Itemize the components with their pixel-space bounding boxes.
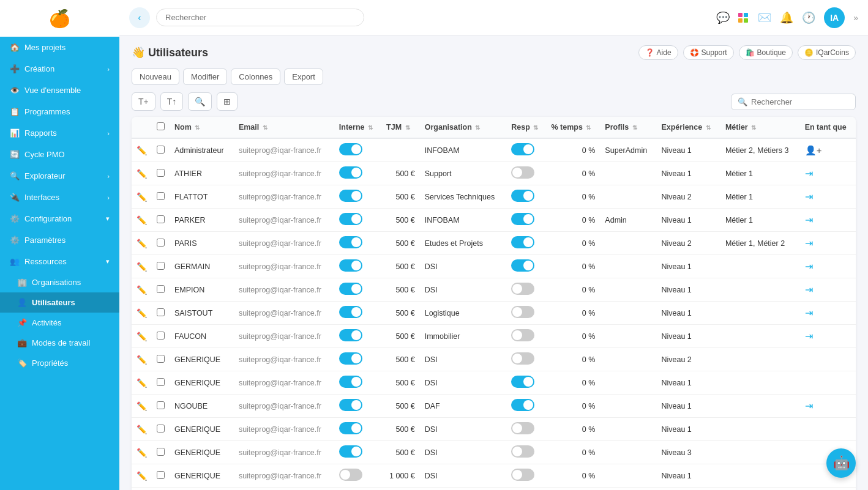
sort-icon[interactable]: ⇅ xyxy=(632,124,637,131)
back-button[interactable]: ‹ xyxy=(129,7,150,28)
chevron-right-icon[interactable]: » xyxy=(853,13,858,23)
assign-icon[interactable]: 👤+ xyxy=(805,145,822,155)
row-checkbox[interactable] xyxy=(157,285,165,293)
sidebar-item-activites[interactable]: 📌 Activités xyxy=(0,313,119,333)
edit-icon[interactable]: ✏️ xyxy=(137,169,147,179)
chatbot-button[interactable]: 🤖 xyxy=(826,448,856,478)
edit-icon[interactable]: ✏️ xyxy=(137,239,147,248)
interne-toggle[interactable] xyxy=(339,143,362,155)
grid-view-button[interactable]: ⊞ xyxy=(217,92,238,111)
login-icon[interactable]: ⇥ xyxy=(805,168,813,179)
edit-icon[interactable]: ✏️ xyxy=(137,425,147,434)
interne-toggle[interactable] xyxy=(339,166,362,179)
resp-toggle[interactable] xyxy=(511,445,534,458)
edit-icon[interactable]: ✏️ xyxy=(137,378,147,388)
resp-toggle[interactable] xyxy=(511,166,534,179)
resp-toggle[interactable] xyxy=(511,190,534,202)
row-checkbox[interactable] xyxy=(157,146,165,154)
login-icon[interactable]: ⇥ xyxy=(805,401,813,411)
sidebar-item-parametres[interactable]: ⚙️ Paramètres xyxy=(0,229,119,251)
interne-toggle[interactable] xyxy=(339,422,362,434)
resp-toggle[interactable] xyxy=(511,213,534,225)
row-checkbox[interactable] xyxy=(157,425,165,432)
login-icon[interactable]: ⇥ xyxy=(805,261,813,272)
interne-toggle[interactable] xyxy=(339,399,362,411)
sidebar-item-mes-projets[interactable]: 🏠 Mes projets xyxy=(0,37,119,58)
resp-toggle[interactable] xyxy=(511,469,534,481)
row-checkbox[interactable] xyxy=(157,308,165,316)
sidebar-item-interfaces[interactable]: 🔌 Interfaces › xyxy=(0,187,119,208)
interne-toggle[interactable] xyxy=(339,469,362,481)
sort-icon[interactable]: ⇅ xyxy=(475,124,480,131)
colonnes-button[interactable]: Colonnes xyxy=(231,69,280,85)
sidebar-item-explorateur[interactable]: 🔍 Explorateur › xyxy=(0,165,119,187)
edit-icon[interactable]: ✏️ xyxy=(137,471,147,481)
search-icon-btn[interactable]: 🔍 xyxy=(188,92,212,111)
iqarcoins-button[interactable]: 🪙 IQarCoins xyxy=(798,45,856,60)
search-filter-input[interactable] xyxy=(751,97,849,106)
sort-icon[interactable]: ⇅ xyxy=(195,124,200,131)
sidebar-item-cycle-pmo[interactable]: 🔄 Cycle PMO xyxy=(0,144,119,165)
aide-button[interactable]: ❓ Aide xyxy=(638,45,678,60)
row-checkbox[interactable] xyxy=(157,262,165,270)
interne-toggle[interactable] xyxy=(339,306,362,318)
interne-toggle[interactable] xyxy=(339,236,362,248)
resp-toggle[interactable] xyxy=(511,259,534,272)
filter-edit-button[interactable]: T↑ xyxy=(160,92,184,111)
edit-icon[interactable]: ✏️ xyxy=(137,146,147,155)
login-icon[interactable]: ⇥ xyxy=(805,308,813,318)
sort-icon[interactable]: ⇅ xyxy=(263,124,268,131)
sidebar-item-utilisateurs[interactable]: 👤 Utilisateurs xyxy=(0,292,119,313)
login-icon[interactable]: ⇥ xyxy=(805,331,813,341)
resp-toggle[interactable] xyxy=(511,283,534,295)
resp-toggle[interactable] xyxy=(511,306,534,318)
sidebar-item-ressources[interactable]: 👥 Ressources ▾ xyxy=(0,251,119,272)
login-icon[interactable]: ⇥ xyxy=(805,238,813,248)
grid-icon[interactable] xyxy=(738,13,749,23)
sort-icon[interactable]: ⇅ xyxy=(533,124,538,131)
interne-toggle[interactable] xyxy=(339,283,362,295)
sidebar-item-creation[interactable]: ➕ Création › xyxy=(0,58,119,80)
edit-icon[interactable]: ✏️ xyxy=(137,332,147,341)
sort-icon[interactable]: ⇅ xyxy=(586,124,591,131)
resp-toggle[interactable] xyxy=(511,352,534,365)
interne-toggle[interactable] xyxy=(339,259,362,272)
select-all-checkbox[interactable] xyxy=(157,122,165,130)
sort-icon[interactable]: ⇅ xyxy=(751,124,756,131)
row-checkbox[interactable] xyxy=(157,332,165,340)
login-icon[interactable]: ⇥ xyxy=(805,284,813,295)
edit-icon[interactable]: ✏️ xyxy=(137,355,147,365)
resp-toggle[interactable] xyxy=(511,399,534,411)
interne-toggle[interactable] xyxy=(339,213,362,225)
row-checkbox[interactable] xyxy=(157,401,165,409)
boutique-button[interactable]: 🛍️ Boutique xyxy=(739,45,793,60)
interne-toggle[interactable] xyxy=(339,190,362,202)
bell-icon[interactable]: 🔔 xyxy=(780,11,793,24)
edit-icon[interactable]: ✏️ xyxy=(137,448,147,458)
edit-icon[interactable]: ✏️ xyxy=(137,401,147,411)
row-checkbox[interactable] xyxy=(157,378,165,386)
interne-toggle[interactable] xyxy=(339,352,362,365)
clock-icon[interactable]: 🕐 xyxy=(802,11,815,24)
sidebar-item-proprietes[interactable]: 🏷️ Propriétés xyxy=(0,353,119,373)
filter-add-button[interactable]: T+ xyxy=(132,92,155,111)
row-checkbox[interactable] xyxy=(157,448,165,456)
resp-toggle[interactable] xyxy=(511,143,534,155)
sidebar-item-modes-travail[interactable]: 💼 Modes de travail xyxy=(0,333,119,353)
edit-icon[interactable]: ✏️ xyxy=(137,192,147,202)
sidebar-item-organisations[interactable]: 🏢 Organisations xyxy=(0,272,119,292)
sidebar-item-vue-ensemble[interactable]: 👁️ Vue d'ensemble xyxy=(0,80,119,101)
avatar[interactable]: IA xyxy=(824,7,845,28)
nouveau-button[interactable]: Nouveau xyxy=(132,69,179,85)
mail-icon[interactable]: ✉️ xyxy=(758,11,771,24)
support-button[interactable]: 🛟 Support xyxy=(683,45,734,60)
edit-icon[interactable]: ✏️ xyxy=(137,285,147,295)
chat-icon[interactable]: 💬 xyxy=(716,11,730,24)
edit-icon[interactable]: ✏️ xyxy=(137,215,147,225)
edit-icon[interactable]: ✏️ xyxy=(137,308,147,318)
edit-icon[interactable]: ✏️ xyxy=(137,262,147,272)
resp-toggle[interactable] xyxy=(511,376,534,388)
interne-toggle[interactable] xyxy=(339,376,362,388)
resp-toggle[interactable] xyxy=(511,329,534,341)
row-checkbox[interactable] xyxy=(157,169,165,177)
